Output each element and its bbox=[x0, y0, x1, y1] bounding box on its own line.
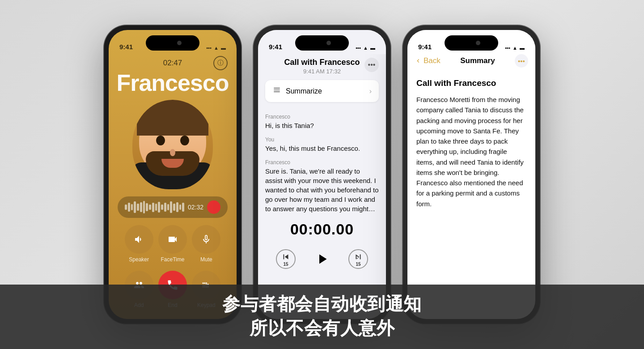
wave-bar bbox=[152, 203, 154, 212]
more-button-2[interactable]: ••• bbox=[364, 58, 379, 72]
skip-back-button[interactable]: 15 bbox=[276, 249, 296, 269]
wave-bar bbox=[164, 203, 166, 212]
memoji-nose bbox=[170, 149, 175, 156]
dynamic-island-1 bbox=[146, 35, 199, 51]
transcript-screen: 9:41 ▪▪▪ ▲ ▬ Call with Francesco 9:41 AM… bbox=[258, 30, 386, 319]
summary-call-title: Call with Francesco bbox=[416, 78, 526, 88]
wave-bar bbox=[155, 204, 157, 210]
memoji-hair bbox=[137, 100, 208, 136]
play-button[interactable] bbox=[310, 247, 334, 271]
wave-bar bbox=[167, 204, 169, 210]
facetime-icon bbox=[158, 225, 187, 254]
speaker-button[interactable]: Speaker bbox=[125, 225, 153, 263]
wave-bar bbox=[158, 202, 160, 213]
memoji bbox=[132, 100, 213, 189]
summary-screen: 9:41 ▪▪▪ ▲ ▬ Back Summary ••• bbox=[407, 30, 535, 319]
status-time-1: 9:41 bbox=[119, 43, 133, 51]
signal-icon-2: ▪▪▪ bbox=[356, 45, 361, 51]
memoji-eye-left bbox=[156, 136, 165, 145]
phone-2-screen: 9:41 ▪▪▪ ▲ ▬ Call with Francesco 9:41 AM… bbox=[258, 30, 386, 319]
phone-1-shell: 9:41 ▪▪▪ ▲ ▬ ⓘ 02:47 Francesco bbox=[103, 25, 242, 324]
call-screen: 9:41 ▪▪▪ ▲ ▬ ⓘ 02:47 Francesco bbox=[109, 30, 237, 319]
wave-bar bbox=[161, 204, 163, 209]
wave-bar bbox=[176, 202, 178, 212]
facetime-button[interactable]: FaceTime bbox=[158, 225, 187, 263]
wave-bar bbox=[137, 204, 139, 211]
wave-bar bbox=[173, 204, 175, 211]
status-icons-3: ▪▪▪ ▲ ▬ bbox=[505, 45, 525, 51]
record-button[interactable] bbox=[207, 200, 220, 214]
summary-nav-title: Summary bbox=[460, 56, 495, 65]
summary-nav: Back Summary ••• bbox=[407, 54, 535, 73]
summary-body: Call with Francesco Francesco Moretti fr… bbox=[407, 73, 535, 214]
skip-forward-button[interactable]: 15 bbox=[348, 249, 368, 269]
summarize-label: Summarize bbox=[286, 87, 322, 95]
dynamic-island-2 bbox=[295, 35, 349, 51]
back-button[interactable]: Back bbox=[415, 56, 441, 65]
memoji-eye-right bbox=[180, 136, 189, 145]
status-icons-1: ▪▪▪ ▲ ▬ bbox=[206, 45, 226, 51]
battery-icon-1: ▬ bbox=[221, 45, 226, 51]
wifi-icon-2: ▲ bbox=[363, 45, 368, 51]
mute-button[interactable]: Mute bbox=[192, 225, 220, 263]
subtitle-line-1: 参与者都会自动收到通知 bbox=[18, 292, 626, 316]
signal-icon-1: ▪▪▪ bbox=[206, 45, 212, 51]
wave-bar bbox=[131, 204, 133, 210]
caller-name: Francesco bbox=[109, 69, 237, 96]
wave-bar bbox=[170, 201, 172, 213]
summary-more-button[interactable]: ••• bbox=[515, 54, 528, 68]
chevron-right-icon: › bbox=[369, 87, 372, 95]
waveform-timer: 02:32 bbox=[188, 204, 203, 211]
wifi-icon-1: ▲ bbox=[214, 45, 219, 51]
memoji-face bbox=[137, 100, 208, 180]
wave-bar bbox=[143, 201, 145, 213]
summarize-icon bbox=[272, 85, 281, 97]
transcript-subtitle: 9:41 AM 17:32 bbox=[265, 68, 379, 75]
dynamic-island-3 bbox=[445, 35, 498, 51]
battery-icon-2: ▬ bbox=[370, 45, 375, 51]
transcript-speaker-2: You bbox=[265, 136, 379, 143]
signal-icon-3: ▪▪▪ bbox=[505, 45, 510, 51]
playback-section: 00:00.00 15 15 bbox=[258, 213, 386, 278]
mute-label: Mute bbox=[200, 256, 212, 263]
info-button[interactable]: ⓘ bbox=[213, 56, 228, 70]
subtitle-overlay: 参与者都会自动收到通知 所以不会有人意外 bbox=[0, 285, 644, 349]
phone-3-screen: 9:41 ▪▪▪ ▲ ▬ Back Summary ••• bbox=[407, 30, 535, 319]
speaker-label: Speaker bbox=[129, 256, 149, 263]
wave-bar bbox=[179, 204, 182, 210]
phone-2-shell: 9:41 ▪▪▪ ▲ ▬ Call with Francesco 9:41 AM… bbox=[253, 25, 391, 324]
wave-bar bbox=[182, 203, 184, 212]
subtitle-line-2: 所以不会有人意外 bbox=[18, 316, 626, 340]
transcript-body: Francesco Hi, is this Tania? You Yes, hi… bbox=[258, 107, 386, 213]
wave-bar bbox=[134, 201, 136, 213]
wave-bar bbox=[146, 203, 148, 211]
transcript-speaker-3: Francesco bbox=[265, 159, 379, 166]
camera-dot-3 bbox=[476, 41, 480, 45]
waveform-visual bbox=[125, 201, 184, 213]
status-time-3: 9:41 bbox=[418, 43, 432, 51]
status-time-2: 9:41 bbox=[269, 43, 282, 51]
battery-icon-3: ▬ bbox=[520, 45, 525, 51]
call-controls-row-1: Speaker FaceTime Mute bbox=[109, 225, 237, 263]
skip-back-label: 15 bbox=[283, 262, 288, 267]
speaker-icon bbox=[125, 225, 153, 254]
wave-bar bbox=[128, 203, 130, 212]
waveform-bar: 02:32 bbox=[118, 196, 228, 218]
summary-text: Francesco Moretti from the moving compan… bbox=[416, 94, 526, 209]
transcript-text-2: Yes, hi, this must be Francesco. bbox=[265, 144, 379, 153]
mute-icon bbox=[192, 225, 220, 254]
camera-dot-2 bbox=[326, 41, 331, 45]
wave-bar bbox=[149, 204, 151, 210]
transcript-title: Call with Francesco bbox=[265, 58, 379, 67]
playback-controls: 15 15 bbox=[265, 247, 379, 271]
status-icons-2: ▪▪▪ ▲ ▬ bbox=[356, 45, 375, 51]
back-label: Back bbox=[424, 56, 441, 65]
transcript-text-1: Hi, is this Tania? bbox=[265, 121, 379, 130]
phone-1-screen: 9:41 ▪▪▪ ▲ ▬ ⓘ 02:47 Francesco bbox=[109, 30, 237, 319]
summarize-row[interactable]: Summarize › bbox=[265, 80, 379, 102]
skip-forward-label: 15 bbox=[356, 262, 360, 267]
wifi-icon-3: ▲ bbox=[513, 45, 517, 51]
camera-dot-1 bbox=[177, 41, 182, 45]
wave-bar bbox=[125, 204, 127, 209]
summarize-left: Summarize bbox=[272, 85, 322, 97]
